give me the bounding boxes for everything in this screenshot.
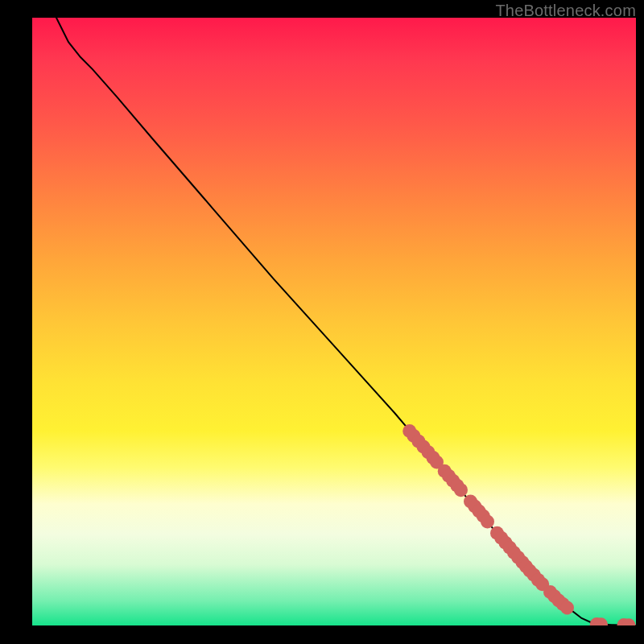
bottleneck-curve [56, 18, 636, 625]
plot-area [32, 18, 636, 625]
data-marker [481, 514, 494, 528]
data-marker [560, 601, 574, 615]
curve-layer [32, 18, 636, 625]
marker-group [402, 424, 635, 625]
data-marker [454, 483, 468, 497]
chart-stage: TheBottleneck.com [0, 0, 644, 644]
